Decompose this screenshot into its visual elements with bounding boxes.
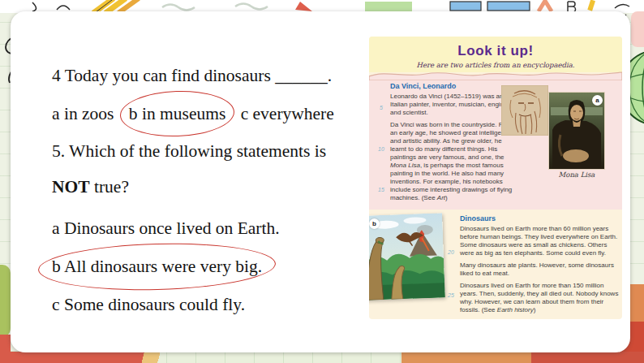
davinci-paragraph-1: Leonardo da Vinci (1452–1519) was an Ita… bbox=[390, 93, 515, 117]
blue-block-doodle-icon bbox=[450, 2, 481, 11]
yellow-band bbox=[134, 352, 166, 363]
statement-b-circled-line: b All dinosaurs were very big. bbox=[52, 254, 262, 279]
mona-lisa-caption: Mona Lisa bbox=[546, 171, 608, 179]
green-paint-blob bbox=[0, 265, 11, 338]
italic-title: Mona Lisa bbox=[390, 162, 420, 169]
encyclopedia-panel: Look it up! Here are two articles from a… bbox=[369, 37, 622, 319]
option-b: b in museums bbox=[129, 104, 225, 123]
option-c: c everywhere bbox=[241, 104, 334, 123]
line-number-20: 20 bbox=[448, 249, 454, 255]
quiz-text-block: 4 Today you can find dinosaurs ______. a… bbox=[11, 11, 367, 352]
paragraph-text: ) bbox=[445, 194, 448, 201]
question-5-line2: NOT true? bbox=[52, 175, 129, 199]
question-4-options: a in zoos b in museums c everywhere bbox=[52, 102, 334, 126]
not-emphasis: NOT bbox=[52, 177, 90, 197]
question-5-line1: 5. Which of the following statements is bbox=[52, 139, 326, 163]
paragraph-text: Da Vinci was born in the countryside. Fr… bbox=[390, 121, 513, 161]
line-number-10: 10 bbox=[378, 146, 384, 152]
article-dinosaurs: Dinosaurs Dinosaurs lived on Earth more … bbox=[460, 214, 620, 318]
line-number-15: 15 bbox=[378, 187, 384, 192]
statement-c: c Some dinosaurs could fly. bbox=[52, 292, 245, 317]
line-number-25: 25 bbox=[448, 292, 454, 298]
paragraph-text: Dinosaurs lived on Earth for more than 1… bbox=[460, 282, 618, 313]
dark-red-band bbox=[531, 352, 644, 363]
question-4: 4 Today you can find dinosaurs ______. bbox=[52, 63, 332, 88]
statement-a: a Dinosaurs once lived on Earth. bbox=[52, 216, 280, 240]
image-label-b: b bbox=[369, 218, 380, 229]
orange-band bbox=[401, 352, 531, 363]
question-5-rest: true? bbox=[90, 177, 129, 197]
option-b-circled: b in museums bbox=[129, 102, 225, 126]
dinosaurs-paragraph-1: Dinosaurs lived on Earth more than 60 mi… bbox=[460, 225, 620, 257]
slide-card: 4 Today you can find dinosaurs ______. a… bbox=[11, 11, 630, 352]
italic-see-ref: Art bbox=[437, 194, 445, 201]
image-label-a: a bbox=[592, 95, 603, 106]
italic-see-ref: Earth history bbox=[497, 306, 534, 313]
paragraph-text: ) bbox=[534, 306, 536, 313]
wavy-divider bbox=[369, 67, 622, 80]
red-band bbox=[0, 352, 134, 363]
doodle-border-bottom bbox=[0, 352, 644, 363]
dinosaurs-paragraph-2: Many dinosaurs ate plants. However, some… bbox=[460, 261, 620, 278]
green-block-doodle-icon bbox=[365, 2, 412, 11]
article-heading: Dinosaurs bbox=[460, 214, 620, 223]
article-davinci: Da Vinci, Leonardo Leonardo da Vinci (14… bbox=[390, 82, 515, 206]
dinosaurs-paragraph-3: Dinosaurs lived on Earth for more than 1… bbox=[460, 282, 620, 314]
option-a: a in zoos bbox=[52, 104, 114, 123]
dinosaur-illustration-image bbox=[369, 213, 445, 300]
davinci-paragraph-2: Da Vinci was born in the countryside. Fr… bbox=[390, 121, 515, 202]
statement-b-circled: b All dinosaurs were very big. bbox=[52, 254, 262, 279]
statement-b: b All dinosaurs were very big. bbox=[52, 257, 262, 276]
slide-canvas: 4 Today you can find dinosaurs ______. a… bbox=[0, 0, 644, 363]
leonardo-self-portrait-image bbox=[501, 85, 548, 136]
line-number-5: 5 bbox=[380, 105, 383, 110]
article-heading: Da Vinci, Leonardo bbox=[390, 82, 515, 90]
green-grid-band bbox=[166, 352, 401, 363]
panel-title: Look it up! bbox=[369, 43, 622, 59]
